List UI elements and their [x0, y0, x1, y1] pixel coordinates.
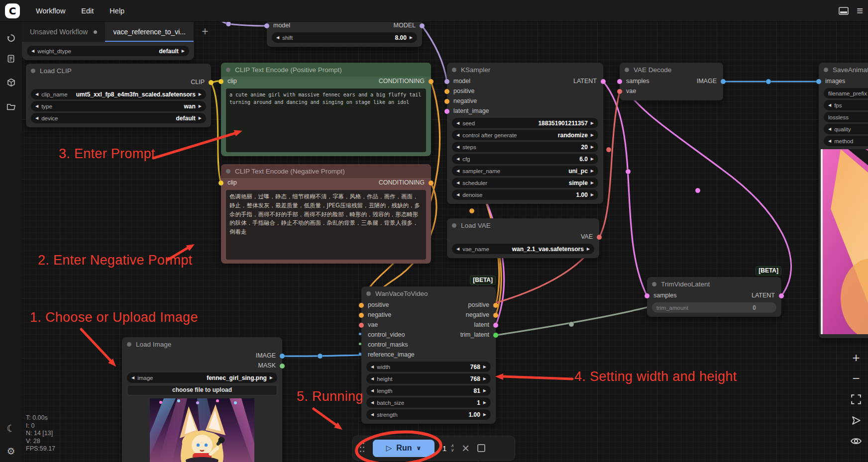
- node-trim-video-latent[interactable]: [BETA]TrimVideoLatentsamplesLATENTtrim_a…: [647, 277, 781, 317]
- bottom-panel-icon[interactable]: [839, 6, 849, 15]
- stop-icon[interactable]: [477, 444, 485, 452]
- output-port-trim_latent[interactable]: [493, 333, 498, 338]
- reroute-dot[interactable]: [626, 169, 631, 174]
- decrement-arrow-icon[interactable]: ◀: [35, 104, 38, 108]
- history-icon[interactable]: [5, 32, 17, 44]
- prompt-textarea[interactable]: a cute anime girl with massive fennec ea…: [226, 89, 426, 152]
- node-load-image[interactable]: Load ImageIMAGEMASK◀imagefennec_girl_sin…: [122, 337, 282, 462]
- widget-device[interactable]: ◀devicedefault▶: [31, 113, 206, 123]
- input-port-negative[interactable]: [359, 313, 364, 318]
- output-port-MODEL[interactable]: [420, 23, 425, 28]
- widget-fps[interactable]: ◀fps▶: [824, 100, 868, 110]
- widget-shift[interactable]: ◀shift8.00▶: [272, 32, 417, 43]
- pointer-mode-icon[interactable]: [851, 414, 862, 427]
- decrement-arrow-icon[interactable]: ◀: [456, 157, 459, 161]
- decrement-arrow-icon[interactable]: ◀: [371, 365, 374, 369]
- decrement-arrow-icon[interactable]: ◀: [456, 247, 459, 251]
- collapse-dot-icon[interactable]: [652, 282, 656, 286]
- output-port-LATENT[interactable]: [779, 293, 784, 298]
- output-port-negative[interactable]: [493, 313, 498, 318]
- decrement-arrow-icon[interactable]: ◀: [31, 49, 34, 53]
- widget-seed[interactable]: ◀seed188351901211357▶: [452, 118, 598, 128]
- increment-arrow-icon[interactable]: ▶: [270, 375, 273, 380]
- increment-arrow-icon[interactable]: ▶: [591, 181, 594, 185]
- input-port-vae[interactable]: [617, 89, 622, 94]
- input-port-positive[interactable]: [444, 89, 449, 94]
- reroute-dot[interactable]: [469, 208, 474, 213]
- output-port-MASK[interactable]: [280, 364, 285, 369]
- widget-steps[interactable]: ◀steps20▶: [452, 142, 598, 152]
- node-library-icon[interactable]: [5, 53, 17, 65]
- output-port-IMAGE[interactable]: [280, 354, 285, 359]
- output-port-LATENT[interactable]: [601, 79, 606, 84]
- increment-arrow-icon[interactable]: ▶: [483, 412, 486, 417]
- decrement-arrow-icon[interactable]: ◀: [456, 192, 459, 197]
- widget-weight_dtype[interactable]: ◀weight_dtypedefault▶: [27, 46, 189, 56]
- theme-toggle-moon-icon[interactable]: ☾: [5, 422, 17, 434]
- cancel-button[interactable]: ×: [462, 442, 469, 455]
- input-port-negative[interactable]: [444, 99, 449, 104]
- increment-arrow-icon[interactable]: ▶: [591, 192, 594, 197]
- widget-strength[interactable]: ◀strength1.00▶: [366, 409, 491, 420]
- input-port-reference_image[interactable]: [359, 353, 361, 355]
- output-port-VAE[interactable]: [597, 235, 602, 240]
- toggle-visibility-eye-icon[interactable]: [850, 435, 862, 448]
- menu-workflow[interactable]: Workflow: [36, 7, 65, 15]
- input-port-images[interactable]: [816, 79, 821, 84]
- input-port-model[interactable]: [444, 79, 449, 84]
- decrement-arrow-icon[interactable]: ◀: [828, 139, 831, 143]
- zoom-out-button[interactable]: −: [852, 372, 860, 385]
- input-port-clip[interactable]: [218, 181, 223, 185]
- increment-arrow-icon[interactable]: ▶: [591, 133, 594, 137]
- decrement-arrow-icon[interactable]: ◀: [456, 145, 459, 149]
- model-library-icon[interactable]: [5, 77, 17, 89]
- increment-arrow-icon[interactable]: ▶: [199, 116, 202, 120]
- input-port-clip[interactable]: [218, 79, 223, 84]
- increment-arrow-icon[interactable]: ▶: [483, 400, 486, 405]
- node-vae-decode[interactable]: VAE DecodesamplesIMAGEvae: [620, 63, 723, 100]
- tab-unsaved-workflow[interactable]: Unsaved Workflow: [22, 22, 105, 42]
- increment-arrow-icon[interactable]: ▶: [591, 169, 594, 173]
- widget-type[interactable]: ◀typewan▶: [31, 101, 206, 111]
- input-port-control_video[interactable]: [359, 333, 361, 335]
- collapse-dot-icon[interactable]: [226, 169, 230, 174]
- node-clip-pos[interactable]: CLIP Text Encode (Positive Prompt)clipCO…: [221, 63, 431, 156]
- widget-clip_name[interactable]: ◀clip_nameumt5_xxl_fp8_e4m3fn_scaled.saf…: [31, 89, 206, 99]
- decrement-arrow-icon[interactable]: ◀: [35, 116, 38, 120]
- node-wan-vace[interactable]: [BETA]WanVaceToVideopositivepositivenega…: [361, 286, 496, 424]
- collapse-dot-icon[interactable]: [226, 68, 230, 72]
- reroute-dot[interactable]: [766, 79, 771, 84]
- input-port-control_masks[interactable]: [359, 343, 361, 345]
- reroute-dot[interactable]: [606, 147, 611, 152]
- output-port-CONDITIONING[interactable]: [429, 181, 434, 185]
- node-clip-neg[interactable]: CLIP Text Encode (Negative Prompt)clipCO…: [221, 164, 431, 264]
- widget-sampler_name[interactable]: ◀sampler_nameuni_pc▶: [452, 166, 598, 176]
- node-ksampler[interactable]: KSamplermodelLATENTpositivenegativelaten…: [447, 63, 603, 204]
- reroute-dot[interactable]: [695, 188, 700, 193]
- zoom-in-button[interactable]: +: [852, 351, 860, 364]
- output-port-CLIP[interactable]: [209, 80, 214, 85]
- decrement-arrow-icon[interactable]: ◀: [35, 92, 38, 96]
- output-port-CONDITIONING[interactable]: [429, 79, 434, 84]
- reroute-dot[interactable]: [318, 354, 323, 359]
- batch-stepper[interactable]: ∧∨: [450, 444, 454, 453]
- comfyui-logo[interactable]: C: [5, 3, 20, 18]
- workflows-folder-icon[interactable]: [5, 100, 17, 112]
- collapse-dot-icon[interactable]: [625, 68, 629, 72]
- fit-view-button[interactable]: [851, 393, 862, 406]
- node-weight-dtype[interactable]: ◀weight_dtypedefault▶: [22, 42, 194, 60]
- drag-handle-icon[interactable]: [360, 443, 365, 454]
- prompt-textarea[interactable]: 色调艳丽，过曝，静态，细节模糊不清，字幕，风格，作品，画作，画面，静止，整体发灰…: [226, 190, 426, 260]
- collapse-dot-icon[interactable]: [366, 291, 371, 296]
- decrement-arrow-icon[interactable]: ◀: [371, 412, 374, 417]
- increment-arrow-icon[interactable]: ▶: [483, 388, 486, 393]
- increment-arrow-icon[interactable]: ▶: [199, 104, 202, 108]
- input-port-samples[interactable]: [645, 293, 650, 298]
- upload-button[interactable]: choose file to upload: [127, 385, 277, 395]
- decrement-arrow-icon[interactable]: ◀: [456, 169, 459, 173]
- decrement-arrow-icon[interactable]: ◀: [276, 35, 279, 40]
- increment-arrow-icon[interactable]: ▶: [182, 49, 185, 53]
- node-load-clip[interactable]: Load CLIPCLIP◀clip_nameumt5_xxl_fp8_e4m3…: [26, 64, 211, 127]
- decrement-arrow-icon[interactable]: ◀: [456, 181, 459, 185]
- input-port-positive[interactable]: [359, 303, 364, 308]
